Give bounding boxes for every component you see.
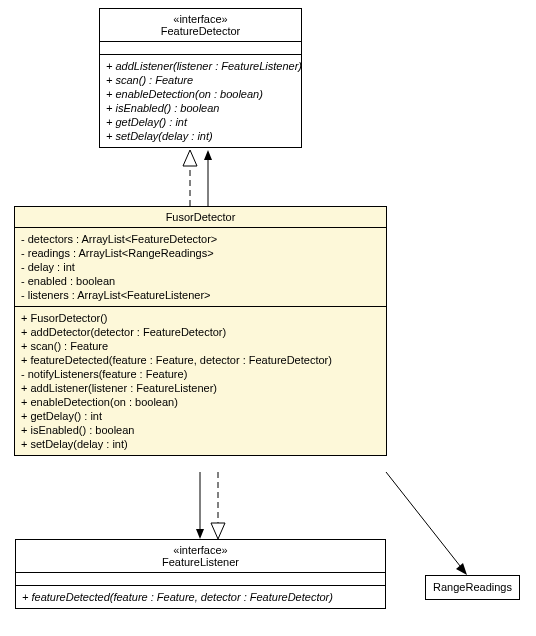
method: + setDelay(delay : int)	[106, 129, 295, 143]
method: + featureDetected(feature : Feature, det…	[21, 353, 380, 367]
svg-marker-5	[211, 523, 225, 539]
attr-empty	[100, 41, 301, 54]
methods: + FusorDetector() + addDetector(detector…	[15, 306, 386, 455]
attr: - readings : ArrayList<RangeReadings>	[21, 246, 380, 260]
method: + featureDetected(feature : Feature, det…	[22, 590, 379, 604]
class-feature-detector: «interface» FeatureDetector + addListene…	[99, 8, 302, 148]
method: + scan() : Feature	[21, 339, 380, 353]
methods: + featureDetected(feature : Feature, det…	[16, 585, 385, 608]
method: + addDetector(detector : FeatureDetector…	[21, 325, 380, 339]
class-range-readings: RangeReadings	[425, 575, 520, 600]
method: + setDelay(delay : int)	[21, 437, 380, 451]
methods: + addListener(listener : FeatureListener…	[100, 54, 301, 147]
method: + FusorDetector()	[21, 311, 380, 325]
class-name: RangeReadings	[432, 581, 513, 593]
method: + getDelay() : int	[21, 409, 380, 423]
svg-line-8	[386, 472, 464, 571]
svg-marker-7	[196, 529, 204, 539]
method: + addListener(listener : FeatureListener…	[106, 59, 295, 73]
attr: - detectors : ArrayList<FeatureDetector>	[21, 232, 380, 246]
attr: - delay : int	[21, 260, 380, 274]
stereotype: «interface»	[22, 544, 379, 556]
method: + isEnabled() : boolean	[106, 101, 295, 115]
method: + enableDetection(on : boolean)	[21, 395, 380, 409]
class-name: FusorDetector	[21, 211, 380, 223]
svg-marker-3	[204, 150, 212, 160]
attributes: - detectors : ArrayList<FeatureDetector>…	[15, 227, 386, 306]
method: + isEnabled() : boolean	[21, 423, 380, 437]
class-name: FeatureListener	[22, 556, 379, 568]
method: + enableDetection(on : boolean)	[106, 87, 295, 101]
method: - notifyListeners(feature : Feature)	[21, 367, 380, 381]
attr-empty	[16, 572, 385, 585]
method: + scan() : Feature	[106, 73, 295, 87]
stereotype: «interface»	[106, 13, 295, 25]
class-fusor-detector: FusorDetector - detectors : ArrayList<Fe…	[14, 206, 387, 456]
attr: - enabled : boolean	[21, 274, 380, 288]
svg-marker-1	[183, 150, 197, 166]
method: + addListener(listener : FeatureListener…	[21, 381, 380, 395]
class-name: FeatureDetector	[106, 25, 295, 37]
method: + getDelay() : int	[106, 115, 295, 129]
attr: - listeners : ArrayList<FeatureListener>	[21, 288, 380, 302]
svg-marker-9	[456, 563, 467, 575]
class-feature-listener: «interface» FeatureListener + featureDet…	[15, 539, 386, 609]
